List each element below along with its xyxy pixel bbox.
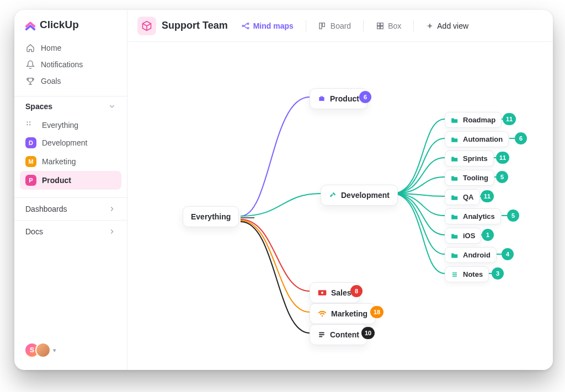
grid-dots-icon	[25, 120, 36, 130]
svg-point-28	[322, 315, 323, 317]
node-label: Everything	[191, 212, 231, 221]
workspace-switcher[interactable]: S	[24, 342, 51, 358]
node-label: Content	[330, 330, 359, 339]
sidebar-docs[interactable]: Docs	[14, 220, 127, 243]
node-label: Roadmap	[463, 116, 495, 124]
mindmap-node-development[interactable]: Development	[321, 185, 398, 206]
nav-home[interactable]: Home	[20, 40, 121, 56]
mindmap-node-marketing[interactable]: Marketing	[310, 303, 376, 324]
caret-down-icon: ▾	[53, 347, 56, 354]
list-icon	[318, 331, 326, 339]
brand-logo[interactable]: ClickUp	[14, 19, 127, 36]
count-badge: 10	[361, 327, 375, 339]
mindmap-node-automation[interactable]: Automation	[445, 131, 509, 147]
count-badge: 11	[503, 113, 516, 125]
tab-board[interactable]: Board	[316, 18, 353, 34]
sidebar-item-label: Everything	[42, 121, 78, 130]
folder-icon	[451, 252, 459, 259]
spaces-header[interactable]: Spaces	[14, 96, 127, 114]
node-label: Sprints	[463, 154, 488, 163]
wifi-icon	[318, 310, 327, 318]
briefcase-icon	[318, 95, 326, 103]
mindmap-node-tooling[interactable]: Tooling	[445, 170, 494, 186]
list-icon	[451, 271, 459, 278]
page-title: Support Team	[162, 20, 228, 31]
mindmap-root-node[interactable]: Everything	[183, 206, 239, 227]
cube-icon	[137, 17, 156, 35]
mindmap-canvas[interactable]: Everything Product 6 Development	[127, 42, 553, 370]
svg-point-3	[29, 124, 30, 125]
topbar: Support Team Mind maps Board	[127, 10, 553, 42]
nav-home-label: Home	[41, 44, 61, 52]
nav-notifications[interactable]: Notifications	[20, 56, 121, 73]
svg-rect-9	[377, 23, 380, 25]
node-label: Android	[463, 251, 491, 259]
sidebar-item-label: Development	[42, 138, 88, 147]
node-label: Tooling	[463, 174, 488, 182]
folder-icon	[451, 213, 459, 220]
mindmap-node-ios[interactable]: iOS	[445, 228, 481, 244]
node-label: QA	[463, 193, 474, 201]
sidebar-dashboards[interactable]: Dashboards	[14, 197, 127, 220]
sidebar-item-marketing[interactable]: M Marketing	[20, 152, 121, 171]
cash-icon	[318, 289, 327, 296]
mindmap-node-android[interactable]: Android	[445, 247, 497, 263]
mindmap-node-notes[interactable]: Notes	[445, 266, 489, 282]
hammer-icon	[329, 191, 337, 199]
spaces-header-label: Spaces	[25, 102, 52, 111]
mindmap-icon	[241, 22, 250, 30]
folder-icon	[451, 136, 459, 143]
clickup-logo-icon	[24, 19, 36, 31]
tab-label: Board	[331, 22, 351, 30]
sidebar-footer: S ▾	[14, 337, 127, 363]
mindmap-node-analytics[interactable]: Analytics	[445, 208, 501, 224]
svg-rect-7	[319, 23, 322, 29]
nav-goals[interactable]: Goals	[20, 73, 121, 89]
folder-icon	[451, 194, 459, 201]
nav-notifications-label: Notifications	[41, 60, 83, 69]
mindmap-node-product[interactable]: Product	[310, 88, 367, 109]
chevron-right-icon	[108, 205, 116, 213]
node-label: Analytics	[463, 212, 495, 221]
sidebar-item-product[interactable]: P Product	[20, 171, 121, 190]
node-label: iOS	[463, 232, 475, 240]
node-label: Notes	[463, 270, 483, 278]
sidebar-item-development[interactable]: D Development	[20, 133, 121, 152]
count-badge: 18	[370, 306, 383, 318]
tab-add-view[interactable]: Add view	[424, 18, 471, 34]
separator	[363, 20, 364, 31]
svg-point-27	[321, 292, 323, 294]
folder-icon	[451, 117, 459, 123]
chevron-down-icon	[108, 103, 116, 110]
space-badge-development: D	[25, 137, 36, 148]
chevron-right-icon	[108, 228, 116, 235]
sidebar-item-everything[interactable]: Everything	[20, 116, 121, 133]
box-icon	[376, 22, 385, 30]
tab-mind-maps[interactable]: Mind maps	[239, 18, 296, 34]
app-window: ClickUp Home Notifications	[14, 10, 553, 370]
node-label: Automation	[463, 135, 503, 143]
avatar	[35, 342, 51, 358]
separator	[413, 20, 414, 31]
count-badge: 5	[507, 210, 519, 222]
sidebar-item-label: Product	[42, 176, 71, 185]
node-label: Development	[341, 191, 390, 200]
count-badge: 1	[482, 229, 494, 241]
mindmap-node-roadmap[interactable]: Roadmap	[445, 112, 502, 128]
svg-rect-8	[322, 23, 324, 26]
tab-box[interactable]: Box	[374, 18, 403, 34]
board-icon	[318, 22, 327, 30]
brand-name: ClickUp	[40, 19, 79, 31]
mindmap-node-content[interactable]: Content	[310, 324, 367, 345]
node-label: Sales	[331, 288, 351, 297]
count-badge: 6	[515, 132, 527, 144]
count-badge: 6	[359, 91, 371, 103]
main: Support Team Mind maps Board	[127, 10, 553, 370]
tab-label: Box	[388, 22, 401, 30]
plus-icon	[426, 22, 434, 30]
svg-rect-12	[381, 26, 383, 29]
node-label: Product	[330, 94, 359, 103]
tab-label: Mind maps	[253, 22, 294, 30]
mindmap-node-qa[interactable]: QA	[445, 189, 480, 205]
mindmap-node-sprints[interactable]: Sprints	[445, 151, 494, 167]
